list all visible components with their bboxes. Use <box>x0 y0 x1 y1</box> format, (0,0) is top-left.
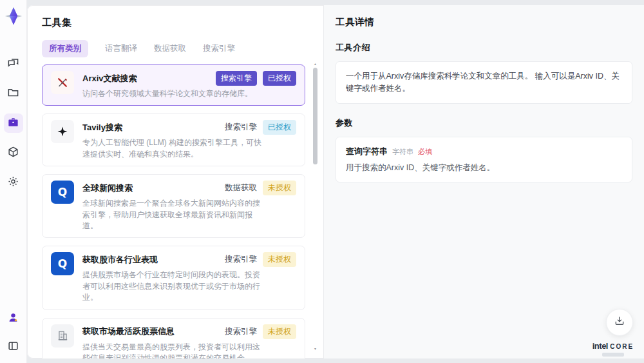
tool-card-body: Tavily搜索 搜索引擎 已授权 专为人工智能代理 (LLM) 构建的搜索引擎… <box>82 120 296 160</box>
tool-card[interactable]: 获取市场最活跃股票信息 搜索引擎 未授权 提供当天交易量最高的股票列表，投资者可… <box>42 318 305 358</box>
sidebar-item-packages[interactable] <box>4 143 23 162</box>
content-area: 工具集 所有类别语言翻译数据获取搜索引擎 Arxiv文献搜索 搜索引擎 已授权 … <box>27 5 644 358</box>
scroll-up-icon[interactable]: ▴ <box>313 62 317 66</box>
tavily-star-icon <box>51 120 74 143</box>
tool-category-tag: 搜索引擎 <box>225 122 257 133</box>
tool-card[interactable]: Q 获取股市各行业表现 搜索引擎 未授权 提供股票市场各个行业在特定时间段内的表… <box>42 246 305 309</box>
param-name: 查询字符串 <box>346 146 388 157</box>
sidebar-item-settings[interactable] <box>4 173 23 192</box>
arxiv-logo-icon <box>51 71 74 94</box>
sidebar-item-files[interactable] <box>4 84 23 103</box>
user-avatar-icon <box>7 311 19 326</box>
param-head: 查询字符串 字符串 必填 <box>346 146 622 157</box>
cube-icon <box>7 146 19 161</box>
tool-category-tag: 搜索引擎 <box>216 71 257 86</box>
list-scrollbar[interactable]: ▴ ▾ <box>313 62 317 351</box>
tool-card[interactable]: Q 全球新闻搜索 数据获取 未授权 全球新闻搜索是一个聚合全球各大新闻网站内容的… <box>42 174 305 238</box>
tool-title: Tavily搜索 <box>82 122 122 133</box>
user-avatar[interactable] <box>4 309 23 328</box>
tool-card-head: Arxiv文献搜索 搜索引擎 已授权 <box>82 71 296 86</box>
sidebar-nav <box>4 54 23 192</box>
chat-icon <box>7 57 19 72</box>
gear-icon <box>7 175 19 190</box>
scroll-down-icon[interactable]: ▾ <box>313 347 317 351</box>
sidebar-item-tools[interactable] <box>4 113 23 133</box>
tab-category-0[interactable]: 所有类别 <box>42 40 88 57</box>
tool-card[interactable]: Tavily搜索 搜索引擎 已授权 专为人工智能代理 (LLM) 构建的搜索引擎… <box>42 113 305 166</box>
tool-description: 访问各个研究领域大量科学论文和文章的存储库。 <box>82 88 264 99</box>
tool-card-head: 获取市场最活跃股票信息 搜索引擎 未授权 <box>82 324 296 339</box>
tool-title: Arxiv文献搜索 <box>82 73 137 84</box>
scrollbar-thumb[interactable] <box>313 68 317 164</box>
tool-category-tag: 搜索引擎 <box>225 254 257 265</box>
tool-title: 全球新闻搜索 <box>82 182 133 194</box>
tool-description: 提供当天交易量最高的股票列表，投资者可以利用这些信息来识别流动性强的股票和潜在的… <box>82 342 264 358</box>
param-description: 用于搜索的Arxiv ID、关键字或作者姓名。 <box>346 162 622 173</box>
tool-title: 获取股市各行业表现 <box>82 254 158 266</box>
toolset-panel: 工具集 所有类别语言翻译数据获取搜索引擎 Arxiv文献搜索 搜索引擎 已授权 … <box>27 5 323 358</box>
download-button[interactable] <box>606 309 633 336</box>
tool-card-body: 获取市场最活跃股票信息 搜索引擎 未授权 提供当天交易量最高的股票列表，投资者可… <box>82 324 296 358</box>
params-heading: 参数 <box>336 117 632 129</box>
panel-toggle-icon <box>7 340 19 355</box>
q-news-icon: Q <box>51 181 74 204</box>
sidebar-bottom <box>4 309 23 357</box>
param-box: 查询字符串 字符串 必填 用于搜索的Arxiv ID、关键字或作者姓名。 <box>336 137 632 182</box>
intel-wordmark: intel <box>592 341 608 351</box>
intel-core-logo: intel CORE <box>590 341 636 357</box>
collapse-sidebar-button[interactable] <box>4 337 23 357</box>
page-title: 工具集 <box>42 17 305 29</box>
sidebar <box>0 0 27 363</box>
tool-title: 获取市场最活跃股票信息 <box>82 326 175 337</box>
tab-category-2[interactable]: 数据获取 <box>154 40 186 57</box>
intro-text: 一个用于从Arxiv存储库搜索科学论文和文章的工具。 输入可以是Arxiv ID… <box>346 70 622 95</box>
param-required-flag: 必填 <box>418 147 432 157</box>
tool-card-head: 全球新闻搜索 数据获取 未授权 <box>82 181 296 195</box>
tab-category-3[interactable]: 搜索引擎 <box>203 40 235 57</box>
param-type: 字符串 <box>392 147 413 157</box>
app-root: 工具集 所有类别语言翻译数据获取搜索引擎 Arxiv文献搜索 搜索引擎 已授权 … <box>0 0 644 363</box>
building-icon <box>51 324 74 348</box>
tool-description: 提供股票市场各个行业在特定时间段内的表现。投资者可以利用这些信息来识别表现优于或… <box>82 270 264 303</box>
tool-card-head: Tavily搜索 搜索引擎 已授权 <box>82 120 296 135</box>
tool-card-head: 获取股市各行业表现 搜索引擎 未授权 <box>82 252 296 267</box>
tool-category-tag: 数据获取 <box>225 182 257 193</box>
tool-description: 专为人工智能代理 (LLM) 构建的搜索引擎工具，可快速提供实时、准确和真实的结… <box>82 137 264 160</box>
folder-icon <box>7 86 19 101</box>
tool-category-tag: 搜索引擎 <box>225 326 257 337</box>
tool-status-badge: 已授权 <box>263 71 296 86</box>
download-icon <box>614 315 625 329</box>
app-logo-icon[interactable] <box>3 5 24 27</box>
tool-list: Arxiv文献搜索 搜索引擎 已授权 访问各个研究领域大量科学论文和文章的存储库… <box>42 64 305 358</box>
tool-card-body: 获取股市各行业表现 搜索引擎 未授权 提供股票市场各个行业在特定时间段内的表现。… <box>82 252 296 303</box>
tab-category-1[interactable]: 语言翻译 <box>105 40 137 57</box>
tool-card[interactable]: Arxiv文献搜索 搜索引擎 已授权 访问各个研究领域大量科学论文和文章的存储库… <box>42 64 305 106</box>
intro-box: 一个用于从Arxiv存储库搜索科学论文和文章的工具。 输入可以是Arxiv ID… <box>336 61 632 104</box>
sidebar-item-chat[interactable] <box>4 54 23 74</box>
tool-status-badge: 未授权 <box>263 324 296 339</box>
tool-card-body: Arxiv文献搜索 搜索引擎 已授权 访问各个研究领域大量科学论文和文章的存储库… <box>82 71 296 99</box>
tool-card-body: 全球新闻搜索 数据获取 未授权 全球新闻搜索是一个聚合全球各大新闻网站内容的搜索… <box>82 181 296 231</box>
tool-status-badge: 已授权 <box>263 120 296 135</box>
tool-detail-panel: 工具详情 工具介绍 一个用于从Arxiv存储库搜索科学论文和文章的工具。 输入可… <box>323 5 644 358</box>
intel-badge-bar <box>602 353 624 357</box>
intro-heading: 工具介绍 <box>336 42 632 54</box>
detail-title: 工具详情 <box>336 16 632 28</box>
category-tabs: 所有类别语言翻译数据获取搜索引擎 <box>42 40 305 57</box>
tool-description: 全球新闻搜索是一个聚合全球各大新闻网站内容的搜索引擎，帮助用户快速获取全球最新资… <box>82 198 264 231</box>
briefcase-icon <box>7 116 19 131</box>
tool-status-badge: 未授权 <box>263 252 296 267</box>
tool-status-badge: 未授权 <box>263 181 296 195</box>
core-wordmark: CORE <box>610 343 634 350</box>
q-news-icon: Q <box>51 252 74 275</box>
